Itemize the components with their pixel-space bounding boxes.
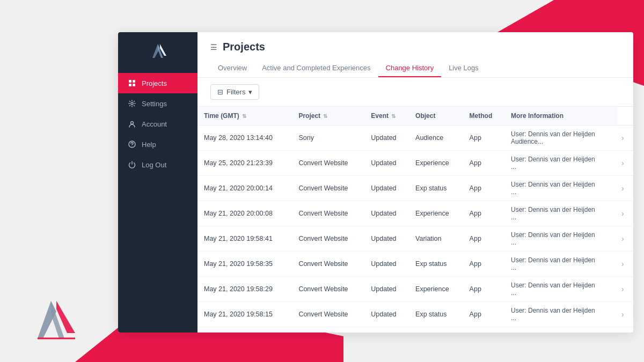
- filter-label: Filters: [226, 88, 245, 96]
- cell-info: User: Dennis van der HeijdenAudience...: [504, 125, 617, 151]
- cell-info: User: Dennis van der Heijden...: [504, 226, 617, 252]
- sidebar-nav: Projects Settings Acco: [118, 73, 197, 175]
- help-circle-icon: [128, 140, 136, 149]
- user-icon: [128, 120, 136, 128]
- svg-point-11: [131, 102, 133, 105]
- cell-time: May 21, 2020 20:00:08: [197, 201, 292, 226]
- grid-icon: [128, 79, 136, 87]
- cell-object: Variation: [409, 226, 463, 252]
- toolbar: ⊟ Filters ▾: [197, 78, 633, 107]
- sort-icon-event[interactable]: ⇅: [391, 113, 396, 119]
- table-row: May 25, 2020 21:23:39 Convert Website Up…: [197, 151, 633, 176]
- expand-row-button[interactable]: ›: [619, 258, 626, 269]
- table-header: Time (GMT) ⇅ Project ⇅ Event ⇅ Object Me…: [197, 107, 633, 125]
- cell-object: Variation: [409, 327, 463, 333]
- cell-event: Updated: [364, 151, 409, 176]
- svg-rect-10: [133, 84, 135, 86]
- cell-method: App: [463, 125, 504, 151]
- expand-row-button[interactable]: ›: [619, 309, 626, 320]
- tab-active-completed[interactable]: Active and Completed Experiences: [254, 60, 378, 77]
- sidebar-item-help[interactable]: Help: [118, 134, 197, 154]
- filter-icon: ⊟: [217, 88, 223, 96]
- sidebar-item-account-label: Account: [142, 120, 167, 128]
- cell-event: Updated: [364, 201, 409, 226]
- cell-event: Deleted: [364, 327, 409, 333]
- cell-info: User: Dennis van der Heijden...: [504, 151, 617, 176]
- svg-rect-9: [129, 84, 131, 86]
- col-method: Method: [463, 107, 504, 125]
- svg-point-14: [131, 146, 132, 146]
- tab-overview[interactable]: Overview: [210, 60, 254, 77]
- filter-button[interactable]: ⊟ Filters ▾: [210, 84, 259, 100]
- sidebar-item-account[interactable]: Account: [118, 114, 197, 134]
- table-body: May 28, 2020 13:14:40 Sony Updated Audie…: [197, 125, 633, 333]
- cell-project: Convert Website: [292, 176, 364, 201]
- expand-row-button[interactable]: ›: [619, 158, 626, 168]
- cell-event: Updated: [364, 302, 409, 327]
- svg-rect-7: [129, 80, 131, 83]
- app-container: Projects Settings Acco: [118, 32, 633, 333]
- expand-row-button[interactable]: ›: [619, 132, 626, 143]
- table-row: May 21, 2020 20:00:14 Convert Website Up…: [197, 176, 633, 201]
- sidebar-item-logout[interactable]: Log Out: [118, 154, 197, 175]
- power-icon: [128, 160, 136, 169]
- cell-method: App: [463, 252, 504, 277]
- table-row: May 21, 2020 19:58:15 Convert Website Up…: [197, 302, 633, 327]
- table-row: May 20, 2020 14:41:04 Convert Website De…: [197, 327, 633, 333]
- tab-live-logs[interactable]: Live Logs: [441, 60, 486, 77]
- cell-method: App: [463, 151, 504, 176]
- sort-icon-time[interactable]: ⇅: [242, 113, 246, 119]
- cell-object: Experience: [409, 201, 463, 226]
- cell-info: User: Dennis van der Heijden...: [504, 252, 617, 277]
- table-row: May 21, 2020 19:58:41 Convert Website Up…: [197, 226, 633, 252]
- table-container[interactable]: Time (GMT) ⇅ Project ⇅ Event ⇅ Object Me…: [197, 107, 633, 333]
- table-row: May 21, 2020 20:00:08 Convert Website Up…: [197, 201, 633, 226]
- page-title-row: ☰ Projects: [210, 41, 620, 53]
- cell-info: User: Dennis van der Heijden...: [504, 327, 617, 333]
- cell-event: Updated: [364, 277, 409, 302]
- cell-method: App: [463, 226, 504, 252]
- filter-chevron-icon: ▾: [248, 88, 252, 96]
- sort-icon-project[interactable]: ⇅: [323, 113, 327, 119]
- expand-row-button[interactable]: ›: [619, 284, 626, 294]
- hamburger-icon[interactable]: ☰: [210, 43, 217, 51]
- cell-object: Experience: [409, 277, 463, 302]
- col-object: Object: [409, 107, 463, 125]
- cell-method: App: [463, 277, 504, 302]
- tabs: Overview Active and Completed Experience…: [210, 60, 620, 77]
- cell-project: Convert Website: [292, 151, 364, 176]
- cell-time: May 20, 2020 14:41:04: [197, 327, 292, 333]
- cell-object: Exp status: [409, 176, 463, 201]
- cell-project: Convert Website: [292, 302, 364, 327]
- cell-method: App: [463, 201, 504, 226]
- cell-info: User: Dennis van der Heijden...: [504, 277, 617, 302]
- cell-event: Updated: [364, 125, 409, 151]
- sidebar-item-projects-label: Projects: [142, 79, 167, 87]
- cell-time: May 21, 2020 19:58:41: [197, 226, 292, 252]
- cell-event: Updated: [364, 176, 409, 201]
- tab-change-history[interactable]: Change History: [378, 60, 442, 77]
- col-event: Event ⇅: [364, 107, 409, 125]
- cell-project: Sony: [292, 125, 364, 151]
- sidebar-item-logout-label: Log Out: [142, 161, 166, 169]
- cell-object: Audience: [409, 125, 463, 151]
- sidebar-item-projects[interactable]: Projects: [118, 73, 197, 93]
- sidebar-item-settings[interactable]: Settings: [118, 93, 197, 114]
- cell-info: User: Dennis van der Heijden...: [504, 201, 617, 226]
- sidebar-logo: [118, 32, 197, 69]
- cell-project: Convert Website: [292, 226, 364, 252]
- sidebar-item-help-label: Help: [142, 141, 156, 149]
- expand-row-button[interactable]: ›: [619, 183, 626, 194]
- cell-event: Updated: [364, 252, 409, 277]
- cell-info: User: Dennis van der Heijden...: [504, 176, 617, 201]
- page-header: ☰ Projects Overview Active and Completed…: [197, 32, 633, 78]
- cell-project: Convert Website: [292, 201, 364, 226]
- expand-row-button[interactable]: ›: [619, 233, 626, 244]
- cell-object: Exp status: [409, 302, 463, 327]
- expand-row-button[interactable]: ›: [619, 208, 626, 219]
- col-more-info: More Information: [504, 107, 617, 125]
- cell-event: Updated: [364, 226, 409, 252]
- col-project: Project ⇅: [292, 107, 364, 125]
- cell-time: May 28, 2020 13:14:40: [197, 125, 292, 151]
- logo-background: [21, 295, 80, 346]
